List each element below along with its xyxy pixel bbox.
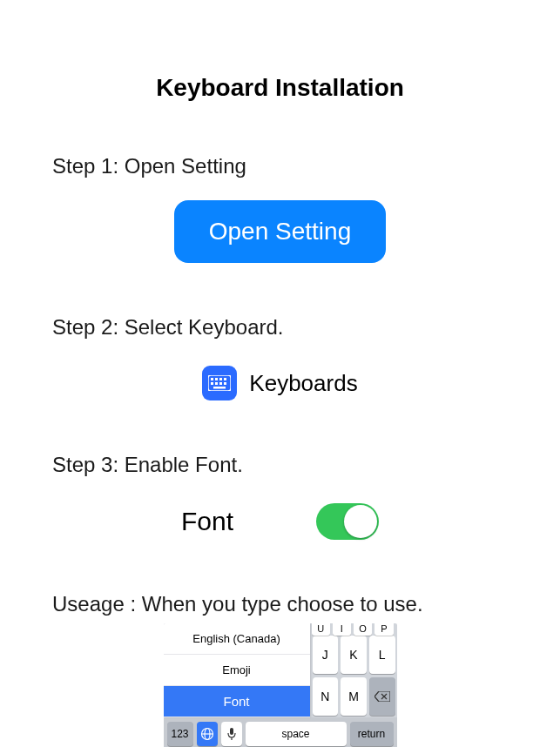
keyboard-language-menu: English (Canada) Emoji Font bbox=[164, 623, 310, 717]
key-123[interactable]: 123 bbox=[167, 722, 193, 746]
key-j[interactable]: J bbox=[313, 636, 339, 674]
step3-label: Step 3: Enable Font. bbox=[0, 453, 560, 477]
keyboards-row[interactable]: Keyboards bbox=[0, 366, 560, 400]
font-label: Font bbox=[181, 507, 233, 536]
key-backspace[interactable] bbox=[369, 677, 395, 716]
key-k[interactable]: K bbox=[341, 636, 367, 674]
key-n[interactable]: N bbox=[313, 677, 339, 716]
page-title: Keyboard Installation bbox=[0, 0, 560, 102]
svg-rect-9 bbox=[213, 387, 226, 389]
svg-rect-3 bbox=[219, 378, 222, 380]
keyboard-icon bbox=[202, 366, 237, 400]
key-space[interactable]: space bbox=[246, 722, 347, 746]
svg-rect-1 bbox=[211, 378, 213, 380]
svg-rect-2 bbox=[215, 378, 218, 380]
mic-icon[interactable] bbox=[221, 722, 242, 746]
keyboards-label: Keyboards bbox=[249, 370, 357, 397]
open-setting-button[interactable]: Open Setting bbox=[174, 200, 386, 263]
key-return[interactable]: return bbox=[350, 722, 394, 746]
font-toggle[interactable] bbox=[316, 503, 379, 540]
key-m[interactable]: M bbox=[341, 677, 367, 716]
key-l[interactable]: L bbox=[369, 636, 395, 674]
usage-label: Useage : When you type choose to use. bbox=[0, 592, 560, 616]
keyboard-preview: English (Canada) Emoji Font J K L N M U … bbox=[164, 623, 397, 747]
globe-icon[interactable] bbox=[197, 722, 218, 746]
svg-rect-8 bbox=[224, 382, 226, 385]
svg-rect-13 bbox=[230, 728, 233, 735]
font-toggle-row: Font bbox=[0, 503, 560, 540]
key-i[interactable]: I bbox=[333, 623, 351, 636]
kb-menu-font[interactable]: Font bbox=[164, 686, 310, 717]
toggle-knob bbox=[344, 505, 377, 538]
key-o[interactable]: O bbox=[354, 623, 372, 636]
key-u[interactable]: U bbox=[312, 623, 330, 636]
key-p[interactable]: P bbox=[374, 623, 393, 636]
svg-rect-5 bbox=[211, 382, 213, 385]
svg-rect-4 bbox=[224, 378, 226, 380]
svg-rect-7 bbox=[219, 382, 222, 385]
step2-label: Step 2: Select Keyboard. bbox=[0, 315, 560, 340]
kb-menu-english[interactable]: English (Canada) bbox=[164, 623, 310, 655]
step1-label: Step 1: Open Setting bbox=[0, 154, 560, 178]
kb-menu-emoji[interactable]: Emoji bbox=[164, 655, 310, 686]
svg-rect-6 bbox=[215, 382, 218, 385]
